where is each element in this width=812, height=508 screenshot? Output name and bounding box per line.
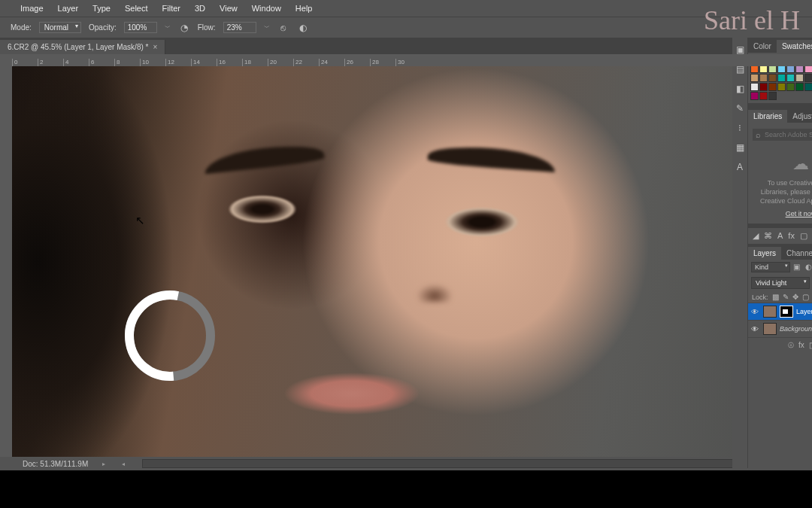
link-icon[interactable]: ⦾ [788,341,794,350]
layer-blend-mode-dropdown[interactable]: Vivid Light [751,277,810,289]
menu-3d[interactable]: 3D [188,2,212,15]
document-tab[interactable]: 6.CR2 @ 45.5% (Layer 1, Layer Mask/8) * … [0,40,165,54]
libraries-panel-tabs: LibrariesAdjustments [748,108,812,123]
flow-field[interactable]: 23% [223,22,256,33]
layers-panel-tabs: LayersChannelsPaths [748,245,812,260]
menu-window[interactable]: Window [245,2,288,15]
swatch[interactable] [786,74,795,82]
menu-filter[interactable]: Filter [156,2,187,15]
menu-layer[interactable]: Layer [51,2,86,15]
airbrush-icon[interactable]: ⎋ [277,22,289,34]
swatch[interactable] [759,74,768,82]
ruler-origin[interactable] [0,54,12,66]
swatch[interactable] [777,74,786,82]
layers-tab-layers[interactable]: Layers [748,247,781,260]
layer-row[interactable]: 👁Background [748,320,812,337]
lock-image-icon[interactable]: ✎ [783,293,789,301]
status-menu-icon[interactable]: ▸ [100,461,108,467]
swatch[interactable] [768,83,777,91]
swatch[interactable] [804,74,812,82]
visibility-icon[interactable]: 👁 [751,325,760,333]
canvas[interactable]: ↖ [12,66,812,457]
swatch[interactable] [777,83,786,91]
libraries-tab-libraries[interactable]: Libraries [748,110,787,123]
info-panel-icon[interactable]: ▦ [732,140,747,155]
fx-icon[interactable]: fx [798,341,804,350]
lock-label: Lock: [752,294,768,301]
layer-mask-thumbnail[interactable] [780,306,793,318]
doc-size-readout[interactable]: Doc: 51.3M/111.9M [23,460,88,468]
brush-panel-icon[interactable]: ✎ [732,101,747,116]
mask-icon[interactable]: ◫ [809,341,812,350]
swatch[interactable] [750,74,759,82]
swatch[interactable] [768,92,777,100]
libraries-panel: LibrariesAdjustments ☁ To use Creative C… [748,108,812,224]
swatch[interactable] [768,74,777,82]
menu-view[interactable]: View [213,2,244,15]
swatch[interactable] [750,83,759,91]
canvas-area: 024681012141618202224262830 ↖ Doc: 51.3M… [0,54,812,470]
lock-artboard-icon[interactable]: ▢ [802,293,809,301]
brush-presets-panel-icon[interactable]: ⁝ [732,120,747,135]
swatches-panel-tabs: ColorSwatches [748,38,812,53]
link-layers-icon[interactable]: ⌘ [764,231,772,241]
character-panel-icon[interactable]: A [732,160,747,175]
tool-options-bar: Mode: Normal Opacity: 100% ﹀ ◔ Flow: 23%… [0,17,812,38]
vertical-ruler[interactable] [0,66,12,457]
menu-select[interactable]: Select [118,2,155,15]
layer-thumbnail[interactable] [763,323,777,335]
swatches-tab-swatches[interactable]: Swatches [777,40,812,53]
add-adjustment-icon[interactable]: ◢ [753,231,759,241]
layer-filter-kind-dropdown[interactable]: Kind [751,262,790,272]
properties-panel-icon[interactable]: ◧ [732,81,747,96]
scroll-left-icon[interactable]: ◂ [120,461,127,467]
visibility-icon[interactable]: 👁 [751,308,760,316]
opacity-field[interactable]: 100% [124,22,157,33]
layer-name[interactable]: Layer 1 [796,308,812,315]
swatch[interactable] [786,83,795,91]
swatch[interactable] [795,83,804,91]
filter-adj-icon[interactable]: ◐ [805,263,812,272]
right-panel-dock: ▣ ▤ ◧ ✎ ⁝ ▦ A ColorSwatches LibrariesAdj… [732,38,812,468]
main-menu-bar: ImageLayerTypeSelectFilter3DViewWindowHe… [0,0,812,17]
flow-chevron-icon[interactable]: ﹀ [264,23,270,32]
close-tab-icon[interactable]: × [153,43,157,51]
layers-tab-channels[interactable]: Channels [781,247,812,260]
opacity-label: Opacity: [89,23,117,32]
status-bar: Doc: 51.3M/111.9M ▸ ◂ [0,457,812,470]
layer-row[interactable]: 👁Layer 1 [748,303,812,320]
libraries-tab-adjustments[interactable]: Adjustments [787,110,812,123]
stock-search-input[interactable] [753,129,812,141]
swatch[interactable] [804,83,812,91]
pressure-size-icon[interactable]: ◐ [297,22,309,34]
cloud-icon: ☁ [753,154,812,174]
layer-mask-small-icon[interactable]: ▢ [800,231,807,241]
lock-transparency-icon[interactable]: ▩ [772,293,779,301]
swatch[interactable] [759,92,768,100]
swatch[interactable] [795,74,804,82]
swatches-panel: ColorSwatches [748,38,812,103]
swatch[interactable] [759,83,768,91]
collapsed-panel-strip: ▣ ▤ ◧ ✎ ⁝ ▦ A [732,38,748,468]
layers-panel: ◢ ⌘ A fx ▢ LayersChannelsPaths Kind ▣ ◐ … [748,228,812,353]
lock-position-icon[interactable]: ✥ [792,293,798,301]
pressure-opacity-icon[interactable]: ◔ [178,22,190,34]
filter-pixel-icon[interactable]: ▣ [793,263,802,272]
layer-fx-icon[interactable]: fx [788,231,795,241]
horizontal-ruler[interactable]: 024681012141618202224262830 [12,54,812,66]
swatch[interactable] [750,92,759,100]
menu-type[interactable]: Type [86,2,117,15]
layers-quick-icons: ◢ ⌘ A fx ▢ [748,228,812,245]
swatches-tab-color[interactable]: Color [748,40,777,53]
layer-name[interactable]: Background [780,325,812,333]
menu-image[interactable]: Image [14,2,50,15]
get-it-now-link[interactable]: Get it now [786,210,812,217]
layer-thumbnail[interactable] [763,306,777,318]
document-tab-bar: 6.CR2 @ 45.5% (Layer 1, Layer Mask/8) * … [0,38,812,54]
blend-mode-dropdown[interactable]: Normal [39,22,81,33]
menu-help[interactable]: Help [289,2,320,15]
opacity-chevron-icon[interactable]: ﹀ [165,23,171,32]
libraries-message: To use Creative Cloud Libraries, please … [753,178,812,205]
layer-type-icon[interactable]: A [777,231,783,241]
horizontal-scrollbar[interactable] [142,459,809,468]
